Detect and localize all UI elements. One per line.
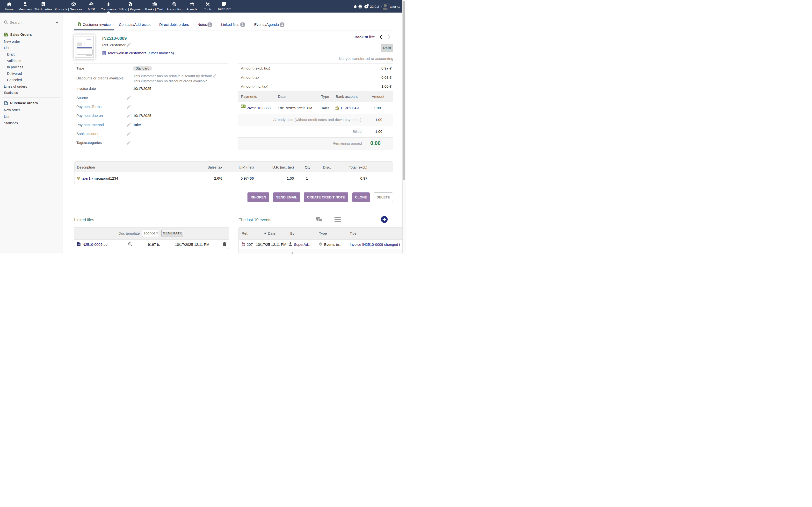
svg-text:?: ? (365, 5, 367, 8)
svg-text:$: $ (6, 34, 7, 37)
svg-text:$: $ (173, 3, 175, 5)
svg-text:$: $ (79, 24, 80, 26)
svg-text:$: $ (130, 4, 131, 6)
svg-text:$: $ (242, 106, 243, 107)
